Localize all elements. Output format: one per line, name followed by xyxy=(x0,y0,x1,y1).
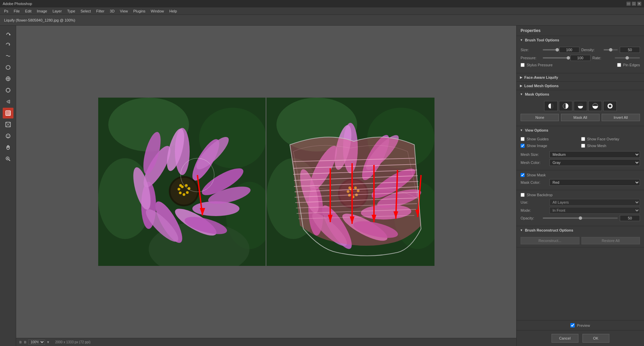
pucker-tool-button[interactable] xyxy=(3,73,13,84)
face-tool-button[interactable] xyxy=(3,131,13,141)
mask-icon-btn-3[interactable] xyxy=(574,101,587,111)
canvas-container[interactable] xyxy=(16,26,516,338)
show-guides-row: Show Guides xyxy=(521,137,580,141)
menu-select[interactable]: Select xyxy=(78,7,94,15)
right-panel: Properties ▼ Brush Tool Options Size: De… xyxy=(516,26,644,346)
backdrop-opacity-row: Opacity: xyxy=(521,215,640,221)
mask-all-button[interactable]: Mask All xyxy=(561,114,599,121)
pin-edges-checkbox[interactable] xyxy=(617,63,621,67)
menu-view[interactable]: View xyxy=(117,7,131,15)
mask-icon-btn-2[interactable] xyxy=(559,101,572,111)
mesh-color-row: Mesh Color: Gray Red Blue Green xyxy=(521,159,640,166)
cancel-button[interactable]: Cancel xyxy=(552,334,578,343)
push-left-tool-button[interactable] xyxy=(3,96,13,107)
minimize-button[interactable]: — xyxy=(627,2,631,6)
backdrop-opacity-slider[interactable] xyxy=(543,217,618,219)
close-button[interactable]: ✕ xyxy=(637,2,641,6)
density-slider-thumb[interactable] xyxy=(609,48,612,51)
mesh-size-label: Mesh Size: xyxy=(521,152,547,157)
reconstruct-tool-button[interactable] xyxy=(3,39,13,50)
zoom-control[interactable]: 🗎 🗎 100% 50% 200% ▼ xyxy=(19,340,50,345)
pressure-input[interactable] xyxy=(570,55,591,61)
menu-filter[interactable]: Filter xyxy=(93,7,107,15)
flower-right-panel[interactable] xyxy=(266,98,434,266)
mask-color-select[interactable]: Red Green Blue White xyxy=(550,179,640,186)
menu-edit[interactable]: Edit xyxy=(23,7,34,15)
show-face-overlay-label: Show Face Overlay xyxy=(587,137,619,141)
show-mask-checkbox[interactable] xyxy=(521,173,525,177)
pressure-slider-track[interactable] xyxy=(543,57,568,59)
face-aware-liquify-header[interactable]: ▶ Face-Aware Liquify xyxy=(517,73,644,81)
backdrop-opacity-input[interactable] xyxy=(620,215,640,221)
zoom-dropdown-icon[interactable]: ▼ xyxy=(46,340,50,344)
flower-left-panel[interactable] xyxy=(98,98,266,266)
brush-tool-options-header[interactable]: ▼ Brush Tool Options xyxy=(517,36,644,44)
zoom-tool-button[interactable] xyxy=(3,153,13,164)
ok-button[interactable]: OK xyxy=(582,334,609,343)
restore-all-button[interactable]: Restore All xyxy=(581,237,640,244)
menu-layer[interactable]: Layer xyxy=(50,7,65,15)
density-slider-track[interactable] xyxy=(604,49,618,50)
show-guides-checkbox[interactable] xyxy=(521,137,525,141)
status-bar: 🗎 🗎 100% 50% 200% ▼ 2000 x 1333 px (72 p… xyxy=(16,338,516,346)
load-mesh-arrow: ▶ xyxy=(520,84,522,88)
show-backdrop-checkbox[interactable] xyxy=(521,193,525,197)
thaw-mask-tool-button[interactable] xyxy=(3,119,13,130)
main-layout: 🗎 🗎 100% 50% 200% ▼ 2000 x 1333 px (72 p… xyxy=(0,26,644,346)
freeze-mask-tool-button[interactable] xyxy=(3,108,13,118)
backdrop-opacity-thumb[interactable] xyxy=(579,216,582,220)
mesh-color-label: Mesh Color: xyxy=(521,161,547,165)
mask-options-arrow: ▼ xyxy=(520,93,523,96)
size-slider-thumb[interactable] xyxy=(556,48,559,51)
show-mesh-checkbox[interactable] xyxy=(581,144,585,148)
mask-icon-btn-1[interactable] xyxy=(544,101,558,111)
zoom-selector[interactable]: 100% 50% 200% xyxy=(28,340,45,345)
backdrop-mode-select[interactable]: In Front xyxy=(550,207,640,214)
mask-icon-btn-4[interactable] xyxy=(589,101,602,111)
smooth-tool-button[interactable] xyxy=(3,50,13,61)
backdrop-use-select[interactable]: All Layers xyxy=(550,199,640,206)
face-aware-liquify-section: ▶ Face-Aware Liquify xyxy=(517,73,644,82)
size-label: Size: xyxy=(521,48,541,52)
mask-icons-row xyxy=(521,101,640,111)
menu-help[interactable]: Help xyxy=(166,7,180,15)
mesh-color-select[interactable]: Gray Red Blue Green xyxy=(550,159,640,166)
pressure-slider-thumb[interactable] xyxy=(567,56,570,60)
mask-options-header[interactable]: ▼ Mask Options xyxy=(517,90,644,98)
size-slider-track[interactable] xyxy=(543,49,557,50)
invert-all-button[interactable]: Invert All xyxy=(602,114,640,121)
backdrop-use-row: Use: All Layers xyxy=(521,199,640,206)
mask-icon-btn-5[interactable] xyxy=(603,101,617,111)
show-image-checkbox[interactable] xyxy=(521,144,525,148)
hand-tool-button[interactable] xyxy=(3,142,13,153)
svg-marker-2 xyxy=(7,65,8,66)
show-backdrop-label: Show Backdrop xyxy=(527,193,553,197)
rate-slider-track[interactable] xyxy=(615,57,640,59)
preview-checkbox[interactable] xyxy=(570,323,575,327)
brush-reconstruct-header[interactable]: ▼ Brush Reconstruct Options xyxy=(517,226,644,234)
view-options-header[interactable]: ▼ View Options xyxy=(517,126,644,134)
menu-3d[interactable]: 3D xyxy=(107,7,117,15)
svg-line-27 xyxy=(9,160,10,161)
stylus-pressure-checkbox[interactable] xyxy=(521,63,525,67)
twirl-clockwise-button[interactable] xyxy=(3,62,13,73)
menu-window[interactable]: Window xyxy=(148,7,166,15)
density-input[interactable] xyxy=(620,47,640,53)
menu-file[interactable]: File xyxy=(11,7,23,15)
menu-plugins[interactable]: Plugins xyxy=(130,7,148,15)
reconstruct-button[interactable]: Reconstruct... xyxy=(521,237,579,244)
maximize-button[interactable]: □ xyxy=(632,2,636,6)
rate-slider-thumb[interactable] xyxy=(626,56,629,60)
bloat-tool-button[interactable] xyxy=(3,85,13,96)
load-mesh-options-header[interactable]: ▶ Load Mesh Options xyxy=(517,82,644,90)
show-face-overlay-checkbox[interactable] xyxy=(581,137,585,141)
menu-type[interactable]: Type xyxy=(65,7,78,15)
warp-tool-button[interactable] xyxy=(3,28,13,38)
menu-image[interactable]: Image xyxy=(34,7,50,15)
none-button[interactable]: None xyxy=(521,114,559,121)
svg-point-56 xyxy=(186,191,189,194)
canvas-image[interactable] xyxy=(98,98,434,266)
size-input[interactable] xyxy=(559,47,579,53)
menu-ps[interactable]: Ps xyxy=(1,7,11,15)
mesh-size-select[interactable]: Medium Small Large xyxy=(550,151,640,158)
